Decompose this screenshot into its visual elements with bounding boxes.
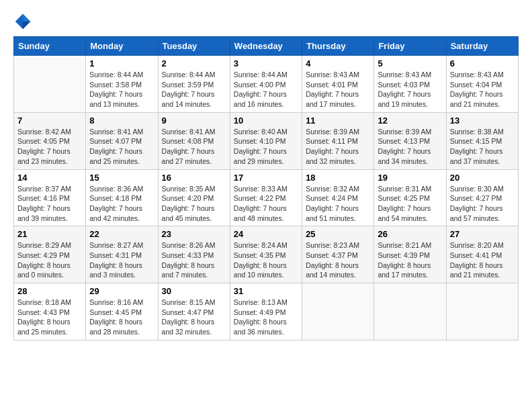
logo [13,12,35,31]
calendar-cell: 9Sunrise: 8:41 AM Sunset: 4:08 PM Daylig… [158,112,230,169]
calendar-cell: 3Sunrise: 8:44 AM Sunset: 4:00 PM Daylig… [230,56,302,113]
calendar-cell: 23Sunrise: 8:26 AM Sunset: 4:33 PM Dayli… [158,226,230,283]
calendar-cell: 24Sunrise: 8:24 AM Sunset: 4:35 PM Dayli… [230,226,302,283]
day-number: 23 [162,229,226,239]
calendar-cell [302,283,374,340]
calendar-cell: 13Sunrise: 8:38 AM Sunset: 4:15 PM Dayli… [446,112,518,169]
calendar-cell: 11Sunrise: 8:39 AM Sunset: 4:11 PM Dayli… [302,112,374,169]
day-info: Sunrise: 8:31 AM Sunset: 4:25 PM Dayligh… [378,184,442,224]
day-number: 5 [378,58,442,68]
calendar-cell: 22Sunrise: 8:27 AM Sunset: 4:31 PM Dayli… [86,226,158,283]
day-info: Sunrise: 8:21 AM Sunset: 4:39 PM Dayligh… [378,240,442,280]
day-number: 9 [162,116,226,126]
calendar-cell: 27Sunrise: 8:20 AM Sunset: 4:41 PM Dayli… [446,226,518,283]
calendar-cell: 10Sunrise: 8:40 AM Sunset: 4:10 PM Dayli… [230,112,302,169]
day-number: 4 [306,58,370,68]
day-info: Sunrise: 8:44 AM Sunset: 3:58 PM Dayligh… [89,70,154,109]
day-number: 28 [17,286,82,296]
day-number: 1 [89,58,154,68]
day-number: 6 [450,58,515,68]
calendar-week-row: 28Sunrise: 8:18 AM Sunset: 4:43 PM Dayli… [14,283,519,340]
day-number: 27 [450,229,515,239]
calendar-cell: 30Sunrise: 8:15 AM Sunset: 4:47 PM Dayli… [158,283,230,340]
page: SundayMondayTuesdayWednesdayThursdayFrid… [0,0,532,354]
day-number: 16 [162,173,226,183]
day-info: Sunrise: 8:33 AM Sunset: 4:22 PM Dayligh… [234,184,298,224]
day-info: Sunrise: 8:35 AM Sunset: 4:20 PM Dayligh… [162,184,226,224]
day-number: 14 [17,173,82,183]
calendar-cell: 21Sunrise: 8:29 AM Sunset: 4:29 PM Dayli… [14,226,86,283]
calendar-table: SundayMondayTuesdayWednesdayThursdayFrid… [13,36,519,340]
day-info: Sunrise: 8:36 AM Sunset: 4:18 PM Dayligh… [89,184,154,224]
calendar-cell: 20Sunrise: 8:30 AM Sunset: 4:27 PM Dayli… [446,169,518,226]
calendar-cell: 17Sunrise: 8:33 AM Sunset: 4:22 PM Dayli… [230,169,302,226]
day-number: 7 [17,116,82,126]
calendar-cell: 8Sunrise: 8:41 AM Sunset: 4:07 PM Daylig… [86,112,158,169]
svg-marker-2 [23,21,30,29]
day-number: 8 [89,116,154,126]
day-info: Sunrise: 8:32 AM Sunset: 4:24 PM Dayligh… [306,184,370,224]
calendar-day-header: Friday [374,37,446,56]
day-info: Sunrise: 8:15 AM Sunset: 4:47 PM Dayligh… [162,298,226,337]
calendar-cell: 4Sunrise: 8:43 AM Sunset: 4:01 PM Daylig… [302,56,374,113]
day-info: Sunrise: 8:23 AM Sunset: 4:37 PM Dayligh… [306,240,370,280]
day-number: 30 [162,286,226,296]
day-number: 15 [89,173,154,183]
day-number: 21 [17,229,82,239]
day-info: Sunrise: 8:37 AM Sunset: 4:16 PM Dayligh… [17,184,82,224]
calendar-day-header: Sunday [14,37,86,56]
day-info: Sunrise: 8:41 AM Sunset: 4:07 PM Dayligh… [89,127,154,167]
day-info: Sunrise: 8:44 AM Sunset: 4:00 PM Dayligh… [234,70,298,109]
day-number: 17 [234,173,298,183]
calendar-day-header: Wednesday [230,37,302,56]
calendar-cell: 31Sunrise: 8:13 AM Sunset: 4:49 PM Dayli… [230,283,302,340]
calendar-cell [14,56,86,113]
day-number: 10 [234,116,298,126]
day-number: 29 [89,286,154,296]
calendar-cell [446,283,518,340]
day-info: Sunrise: 8:39 AM Sunset: 4:11 PM Dayligh… [306,127,370,167]
day-number: 26 [378,229,442,239]
day-number: 24 [234,229,298,239]
calendar-cell: 26Sunrise: 8:21 AM Sunset: 4:39 PM Dayli… [374,226,446,283]
calendar-cell: 19Sunrise: 8:31 AM Sunset: 4:25 PM Dayli… [374,169,446,226]
day-info: Sunrise: 8:13 AM Sunset: 4:49 PM Dayligh… [234,298,298,337]
day-info: Sunrise: 8:41 AM Sunset: 4:08 PM Dayligh… [162,127,226,167]
day-info: Sunrise: 8:24 AM Sunset: 4:35 PM Dayligh… [234,240,298,280]
calendar-week-row: 14Sunrise: 8:37 AM Sunset: 4:16 PM Dayli… [14,169,519,226]
day-number: 2 [162,58,226,68]
day-number: 20 [450,173,515,183]
calendar-cell: 16Sunrise: 8:35 AM Sunset: 4:20 PM Dayli… [158,169,230,226]
calendar-cell: 14Sunrise: 8:37 AM Sunset: 4:16 PM Dayli… [14,169,86,226]
calendar-day-header: Tuesday [158,37,230,56]
calendar-cell: 6Sunrise: 8:43 AM Sunset: 4:04 PM Daylig… [446,56,518,113]
day-number: 25 [306,229,370,239]
day-info: Sunrise: 8:16 AM Sunset: 4:45 PM Dayligh… [89,298,154,337]
day-info: Sunrise: 8:20 AM Sunset: 4:41 PM Dayligh… [450,240,515,280]
day-number: 22 [89,229,154,239]
calendar-day-header: Monday [86,37,158,56]
calendar-cell: 12Sunrise: 8:39 AM Sunset: 4:13 PM Dayli… [374,112,446,169]
day-info: Sunrise: 8:43 AM Sunset: 4:01 PM Dayligh… [306,70,370,109]
calendar-week-row: 7Sunrise: 8:42 AM Sunset: 4:05 PM Daylig… [14,112,519,169]
calendar-cell: 2Sunrise: 8:44 AM Sunset: 3:59 PM Daylig… [158,56,230,113]
day-number: 11 [306,116,370,126]
day-number: 3 [234,58,298,68]
calendar-week-row: 21Sunrise: 8:29 AM Sunset: 4:29 PM Dayli… [14,226,519,283]
day-info: Sunrise: 8:43 AM Sunset: 4:04 PM Dayligh… [450,70,515,109]
calendar-cell: 25Sunrise: 8:23 AM Sunset: 4:37 PM Dayli… [302,226,374,283]
day-info: Sunrise: 8:38 AM Sunset: 4:15 PM Dayligh… [450,127,515,167]
day-info: Sunrise: 8:26 AM Sunset: 4:33 PM Dayligh… [162,240,226,280]
day-info: Sunrise: 8:29 AM Sunset: 4:29 PM Dayligh… [17,240,82,280]
calendar-cell: 15Sunrise: 8:36 AM Sunset: 4:18 PM Dayli… [86,169,158,226]
calendar-day-header: Saturday [446,37,518,56]
day-number: 31 [234,286,298,296]
day-info: Sunrise: 8:30 AM Sunset: 4:27 PM Dayligh… [450,184,515,224]
day-number: 18 [306,173,370,183]
day-info: Sunrise: 8:27 AM Sunset: 4:31 PM Dayligh… [89,240,154,280]
day-info: Sunrise: 8:43 AM Sunset: 4:03 PM Dayligh… [378,70,442,109]
day-info: Sunrise: 8:44 AM Sunset: 3:59 PM Dayligh… [162,70,226,109]
day-info: Sunrise: 8:40 AM Sunset: 4:10 PM Dayligh… [234,127,298,167]
logo-icon [13,12,32,31]
calendar-cell: 7Sunrise: 8:42 AM Sunset: 4:05 PM Daylig… [14,112,86,169]
